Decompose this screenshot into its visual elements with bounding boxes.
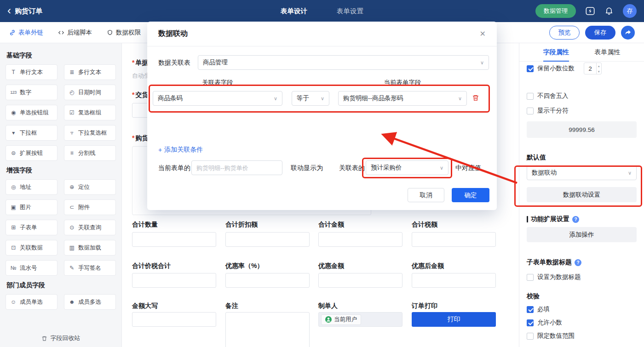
preview-button[interactable]: 预览 <box>549 26 580 40</box>
discount-amount-input[interactable] <box>318 273 402 288</box>
field-item-date-time[interactable]: ◴日期时间 <box>64 85 116 100</box>
save-button[interactable]: 保存 <box>585 26 615 40</box>
data-linkage-setting-button[interactable]: 数据联动设置 <box>527 187 637 202</box>
plus-icon: + <box>158 146 162 154</box>
option-row-keep-decimal: 保留小数位数 2 ▴ ▾ <box>527 63 637 74</box>
field-item-dropdown-multi[interactable]: ▿下拉复选框 <box>64 125 116 141</box>
current-field-input[interactable] <box>191 160 282 175</box>
avatar[interactable]: 存 <box>623 4 637 18</box>
help-icon[interactable]: ? <box>575 259 581 266</box>
select-value: 预计采购价 <box>371 164 402 172</box>
delete-condition-icon[interactable] <box>472 94 479 102</box>
stepper-down-icon[interactable]: ▾ <box>597 68 601 74</box>
field-item-location[interactable]: ⊕定位 <box>64 179 116 195</box>
total-discount-input[interactable] <box>225 232 310 247</box>
total-amount-input[interactable] <box>318 232 402 247</box>
field-item-label: 子表单 <box>20 224 37 232</box>
field-item-serial-number[interactable]: №流水号 <box>6 260 58 276</box>
after-discount-input[interactable] <box>412 273 496 288</box>
divider-icon: ≡ <box>68 150 75 156</box>
tab-form-properties[interactable]: 表单属性 <box>594 43 620 61</box>
remark-textarea[interactable] <box>225 312 310 347</box>
current-user-label: 当前用户 <box>334 316 357 324</box>
tab-form-settings[interactable]: 表单设置 <box>337 7 363 16</box>
checkbox-allow-decimal[interactable] <box>527 319 534 326</box>
toolbar-item-external-link[interactable]: 表单外链 <box>9 28 43 37</box>
help-icon[interactable]: ? <box>572 216 579 223</box>
field-item-lookup-query[interactable]: ⊙关联查询 <box>64 220 116 235</box>
field-item-dropdown[interactable]: ▾下拉框 <box>6 125 58 141</box>
current-user-tag[interactable]: 当前用户 <box>321 314 361 325</box>
stepper-up-icon[interactable]: ▴ <box>597 63 601 68</box>
field-item-divider[interactable]: ≡分割线 <box>64 145 116 161</box>
condition-operator-select[interactable]: 等于 ∨ <box>292 91 329 106</box>
decimal-stepper[interactable]: 2 ▴ ▾ <box>584 63 602 74</box>
share-icon[interactable] <box>621 26 635 40</box>
discount-rate-input[interactable] <box>225 273 310 288</box>
toolbar-item-backend-script[interactable]: 后端脚本 <box>58 28 92 37</box>
related-table-select[interactable]: 商品管理 ∨ <box>198 55 489 70</box>
print-button[interactable]: 打印 <box>412 312 496 327</box>
condition-field-select[interactable]: 商品条码 ∨ <box>153 91 282 106</box>
cancel-button[interactable]: 取消 <box>408 188 444 202</box>
field-item-number[interactable]: 123数字 <box>6 85 58 100</box>
multi-line-text-icon: ≣ <box>68 69 75 75</box>
field-label-total-quantity: 合计数量 <box>132 221 158 229</box>
total-with-tax-input[interactable] <box>132 273 216 288</box>
checkbox-icon: ☑ <box>68 109 75 116</box>
close-icon[interactable]: ✕ <box>480 29 486 38</box>
option-row-limit-range: 限定数值范围 <box>527 332 637 340</box>
total-tax-input[interactable] <box>412 232 496 247</box>
title-text: 功能扩展设置 <box>531 215 569 223</box>
recycle-bin[interactable]: 字段回收站 <box>0 334 121 342</box>
checkbox-limit-range[interactable] <box>527 333 534 340</box>
field-label-discount-amount: 优惠金额 <box>318 262 344 270</box>
field-item-data-load[interactable]: ▥数据加载 <box>64 240 116 256</box>
chevron-down-icon: ∨ <box>628 170 632 176</box>
total-quantity-input[interactable] <box>132 232 216 247</box>
title-text: 校验 <box>527 292 540 301</box>
condition-target-select[interactable]: 购货明细--商品条形码 ∨ <box>338 91 467 106</box>
field-item-image[interactable]: ▣图片 <box>6 199 58 215</box>
checkbox-required[interactable] <box>527 306 534 313</box>
related-field-select[interactable]: 预计采购价 ∨ <box>366 160 448 175</box>
field-item-checkbox-group[interactable]: ☑复选框组 <box>64 105 116 120</box>
add-condition-link[interactable]: + 添加关联条件 <box>158 146 203 154</box>
field-item-address[interactable]: ◎地址 <box>6 179 58 195</box>
field-item-related-data[interactable]: ⊡关联数据 <box>6 240 58 256</box>
signature-icon: ✎ <box>68 265 75 271</box>
add-action-button[interactable]: 添加操作 <box>527 227 637 242</box>
field-item-member-single[interactable]: ☺成员单选 <box>6 294 58 310</box>
required-mark: * <box>132 59 134 66</box>
field-item-member-multi[interactable]: ☻成员多选 <box>64 294 116 310</box>
data-manage-button[interactable]: 数据管理 <box>535 4 576 18</box>
option-label: 限定数值范围 <box>537 332 575 340</box>
checkbox-keep-decimal[interactable] <box>527 65 534 72</box>
display-as-label: 联动显示为 <box>291 160 323 175</box>
default-value-select[interactable]: 数据联动 ∨ <box>527 165 637 180</box>
field-item-signature[interactable]: ✎手写签名 <box>64 260 116 276</box>
field-item-radio-group[interactable]: ◉单选按钮组 <box>6 105 58 120</box>
bell-icon[interactable] <box>604 6 614 16</box>
toolbar-item-label: 表单外链 <box>18 28 43 37</box>
toolbar-item-data-permission[interactable]: 数据权限 <box>107 28 141 37</box>
stepper-value: 2 <box>584 63 596 74</box>
field-item-attachment[interactable]: ⊂附件 <box>64 199 116 215</box>
field-item-extend-button[interactable]: ⊜扩展按钮 <box>6 145 58 161</box>
field-item-single-line-text[interactable]: T单行文本 <box>6 64 58 80</box>
tab-field-properties[interactable]: 字段属性 <box>543 43 569 61</box>
field-label-total-with-tax: 合计价税合计 <box>132 262 171 270</box>
confirm-button[interactable]: 确定 <box>452 188 489 202</box>
field-item-label: 手写签名 <box>78 264 101 272</box>
tab-form-design[interactable]: 表单设计 <box>281 7 307 16</box>
checkbox-no-rounding[interactable] <box>527 93 534 100</box>
subform-data-title: 子表单数据标题 ? <box>527 258 637 267</box>
quick-action-icon[interactable] <box>585 6 595 16</box>
field-item-multi-line-text[interactable]: ≣多行文本 <box>64 64 116 80</box>
checkbox-thousand-separator[interactable] <box>527 108 534 114</box>
checkbox-set-data-title[interactable] <box>527 274 534 281</box>
amount-in-words-input[interactable] <box>132 312 216 327</box>
back-icon[interactable]: ‹ <box>7 5 11 16</box>
field-item-label: 单选按钮组 <box>20 109 49 117</box>
field-item-subform[interactable]: ⊞子表单 <box>6 220 58 235</box>
